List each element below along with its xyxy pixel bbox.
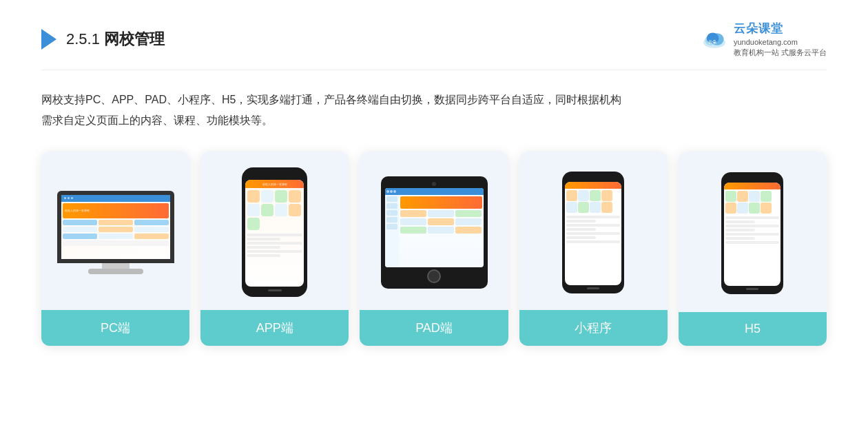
pad-mockup [381, 176, 488, 289]
card-pc: 创造人的第一堂课程 [41, 152, 189, 346]
card-miniapp: 小程序 [519, 152, 668, 346]
card-miniapp-label: 小程序 [519, 310, 668, 346]
card-h5-label: H5 [679, 312, 827, 346]
phone-mockup-app: 创造人的第一堂课程 [242, 167, 307, 297]
card-miniapp-image [519, 152, 668, 310]
card-app-image: 创造人的第一堂课程 [200, 152, 349, 310]
page-title: 2.5.1 网校管理 [66, 29, 165, 50]
svg-text:云朵: 云朵 [708, 40, 717, 45]
header: 2.5.1 网校管理 云朵 云朵课堂 yunduoketang.com 教育机构… [41, 21, 827, 70]
brand-text: 云朵课堂 yunduoketang.com 教育机构一站 式服务云平台 [734, 21, 827, 59]
brand-logo: 云朵 云朵课堂 yunduoketang.com 教育机构一站 式服务云平台 [701, 21, 827, 59]
title-bold: 网校管理 [104, 30, 165, 48]
phone-mockup-h5 [721, 172, 783, 294]
header-left: 2.5.1 网校管理 [41, 29, 165, 50]
pc-mockup: 创造人的第一堂课程 [57, 191, 174, 274]
desc-line2: 需求自定义页面上的内容、课程、功能模块等。 [41, 110, 827, 131]
brand-cloud-icon: 云朵 [701, 25, 728, 53]
card-pad-image [360, 152, 508, 310]
card-pc-image: 创造人的第一堂课程 [41, 152, 189, 310]
phone-mockup-miniapp [562, 172, 624, 293]
card-pad: PAD端 [360, 152, 508, 346]
card-pad-label: PAD端 [360, 310, 508, 346]
brand-name: 云朵课堂 [734, 21, 827, 37]
cards-row: 创造人的第一堂课程 [41, 152, 827, 346]
card-h5-image [679, 152, 827, 312]
section-number: 2.5.1 [66, 30, 100, 48]
card-app-label: APP端 [200, 310, 349, 346]
brand-site: yunduoketang.com [734, 37, 827, 48]
card-pc-label: PC端 [41, 310, 189, 346]
monitor-screen: 创造人的第一堂课程 [57, 191, 174, 263]
card-h5: H5 [679, 152, 827, 346]
desc-line1: 网校支持PC、APP、PAD、小程序、H5，实现多端打通，产品各终端自由切换，数… [41, 90, 827, 110]
page: 2.5.1 网校管理 云朵 云朵课堂 yunduoketang.com 教育机构… [0, 0, 868, 434]
card-app: 创造人的第一堂课程 [200, 152, 349, 346]
description: 网校支持PC、APP、PAD、小程序、H5，实现多端打通，产品各终端自由切换，数… [41, 90, 827, 132]
brand-tagline: 教育机构一站 式服务云平台 [734, 48, 827, 58]
logo-triangle-icon [41, 29, 56, 50]
